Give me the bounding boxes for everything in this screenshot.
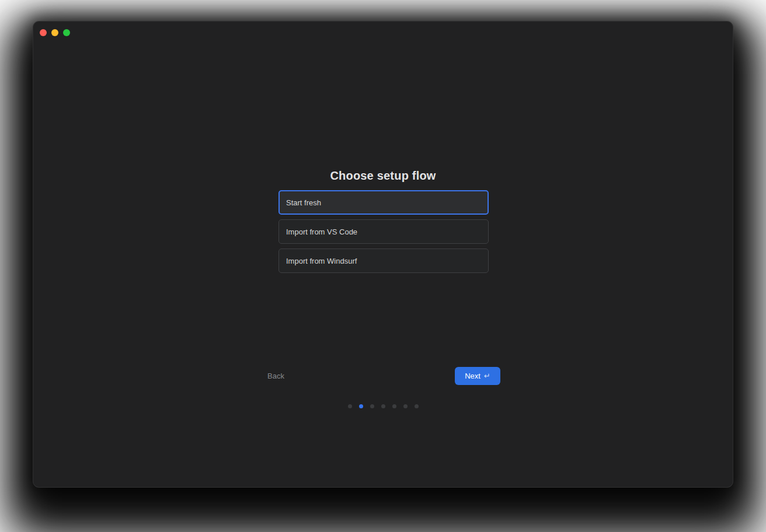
option-import-vscode[interactable]: Import from VS Code bbox=[278, 219, 489, 244]
option-label: Import from VS Code bbox=[286, 228, 357, 236]
option-import-windsurf[interactable]: Import from Windsurf bbox=[278, 249, 489, 273]
back-button[interactable]: Back bbox=[267, 372, 284, 380]
zoom-button[interactable] bbox=[63, 29, 70, 36]
pagination-dot bbox=[348, 404, 352, 408]
close-button[interactable] bbox=[40, 29, 47, 36]
window-controls bbox=[40, 29, 70, 36]
pagination-dot bbox=[392, 404, 396, 408]
option-label: Start fresh bbox=[286, 198, 321, 207]
wizard-footer: Back Next ↵ bbox=[267, 367, 500, 385]
app-window: Choose setup flow Start fresh or import … bbox=[33, 21, 733, 488]
option-label: Import from Windsurf bbox=[286, 257, 357, 265]
pagination-dot bbox=[359, 404, 363, 408]
minimize-button[interactable] bbox=[51, 29, 58, 36]
pagination-dot bbox=[403, 404, 408, 408]
pagination-dots bbox=[33, 404, 733, 408]
next-button[interactable]: Next ↵ bbox=[455, 367, 500, 385]
page-title: Choose setup flow bbox=[33, 169, 733, 183]
next-button-label: Next bbox=[465, 372, 481, 380]
option-start-fresh[interactable]: Start fresh bbox=[278, 190, 489, 215]
return-key-icon: ↵ bbox=[484, 372, 490, 380]
desktop-background: Choose setup flow Start fresh or import … bbox=[0, 0, 766, 532]
pagination-dot bbox=[370, 404, 374, 408]
pagination-dot bbox=[381, 404, 385, 408]
setup-flow-options: Start fresh Import from VS Code Import f… bbox=[278, 190, 489, 273]
pagination-dot bbox=[415, 404, 419, 408]
